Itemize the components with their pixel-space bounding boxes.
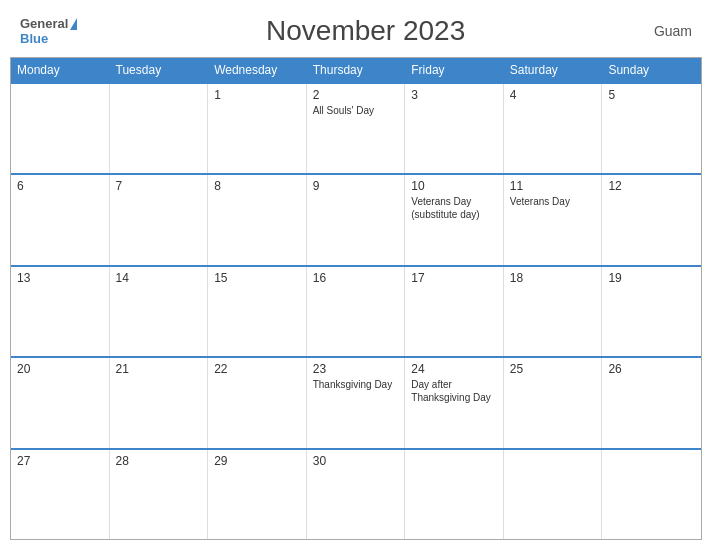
calendar-header: General Blue November 2023 Guam (10, 10, 702, 57)
day-cell: 19 (602, 267, 701, 356)
day-cell: 17 (405, 267, 504, 356)
day-cell (602, 450, 701, 539)
header-saturday: Saturday (504, 58, 603, 82)
day-number: 16 (313, 271, 399, 285)
day-cell: 18 (504, 267, 603, 356)
day-number: 12 (608, 179, 695, 193)
day-number: 25 (510, 362, 596, 376)
day-number: 30 (313, 454, 399, 468)
day-cell: 27 (11, 450, 110, 539)
logo-blue-text: Blue (20, 31, 48, 46)
day-number: 27 (17, 454, 103, 468)
event-text: All Souls' Day (313, 105, 374, 116)
week-row: 13 14 15 16 17 18 19 (11, 265, 701, 356)
day-cell: 22 (208, 358, 307, 447)
header-thursday: Thursday (307, 58, 406, 82)
day-cell: 28 (110, 450, 209, 539)
header-monday: Monday (11, 58, 110, 82)
day-number: 28 (116, 454, 202, 468)
week-row: 1 2 All Souls' Day 3 4 5 (11, 82, 701, 173)
day-number: 4 (510, 88, 596, 102)
day-cell: 3 (405, 84, 504, 173)
day-cell: 7 (110, 175, 209, 264)
day-cell: 12 (602, 175, 701, 264)
logo-triangle-icon (70, 18, 77, 30)
event-text: Day after Thanksgiving Day (411, 379, 490, 403)
day-cell: 30 (307, 450, 406, 539)
day-number: 26 (608, 362, 695, 376)
day-number: 11 (510, 179, 596, 193)
day-cell: 24 Day after Thanksgiving Day (405, 358, 504, 447)
calendar-container: General Blue November 2023 Guam Monday T… (0, 0, 712, 550)
header-tuesday: Tuesday (110, 58, 209, 82)
week-row: 6 7 8 9 10 Veterans Day (substitute day)… (11, 173, 701, 264)
day-cell: 2 All Souls' Day (307, 84, 406, 173)
day-number: 24 (411, 362, 497, 376)
logo: General Blue (20, 16, 77, 46)
region-label: Guam (654, 23, 692, 39)
day-number: 15 (214, 271, 300, 285)
week-row: 27 28 29 30 (11, 448, 701, 539)
week-row: 20 21 22 23 Thanksgiving Day 24 Day afte… (11, 356, 701, 447)
day-number: 14 (116, 271, 202, 285)
day-headers: Monday Tuesday Wednesday Thursday Friday… (11, 58, 701, 82)
day-cell: 8 (208, 175, 307, 264)
day-number: 6 (17, 179, 103, 193)
logo-general-text: General (20, 16, 68, 31)
weeks-container: 1 2 All Souls' Day 3 4 5 6 (11, 82, 701, 539)
header-friday: Friday (405, 58, 504, 82)
day-cell: 13 (11, 267, 110, 356)
day-cell: 15 (208, 267, 307, 356)
day-number: 5 (608, 88, 695, 102)
day-cell: 1 (208, 84, 307, 173)
day-number: 10 (411, 179, 497, 193)
day-cell: 21 (110, 358, 209, 447)
day-cell: 6 (11, 175, 110, 264)
day-number: 2 (313, 88, 399, 102)
event-text: Veterans Day (substitute day) (411, 196, 479, 220)
day-cell: 11 Veterans Day (504, 175, 603, 264)
day-number: 19 (608, 271, 695, 285)
day-cell (110, 84, 209, 173)
header-wednesday: Wednesday (208, 58, 307, 82)
day-cell: 23 Thanksgiving Day (307, 358, 406, 447)
day-number: 21 (116, 362, 202, 376)
day-number: 22 (214, 362, 300, 376)
day-cell (405, 450, 504, 539)
day-number: 13 (17, 271, 103, 285)
day-number: 7 (116, 179, 202, 193)
calendar-grid: Monday Tuesday Wednesday Thursday Friday… (10, 57, 702, 540)
day-number: 1 (214, 88, 300, 102)
header-sunday: Sunday (602, 58, 701, 82)
day-cell: 10 Veterans Day (substitute day) (405, 175, 504, 264)
day-cell: 29 (208, 450, 307, 539)
day-number: 20 (17, 362, 103, 376)
day-cell: 20 (11, 358, 110, 447)
day-cell (11, 84, 110, 173)
event-text: Thanksgiving Day (313, 379, 392, 390)
day-cell (504, 450, 603, 539)
day-cell: 26 (602, 358, 701, 447)
day-cell: 4 (504, 84, 603, 173)
day-number: 17 (411, 271, 497, 285)
day-number: 29 (214, 454, 300, 468)
day-number: 18 (510, 271, 596, 285)
day-cell: 25 (504, 358, 603, 447)
day-number: 23 (313, 362, 399, 376)
day-number: 9 (313, 179, 399, 193)
day-cell: 5 (602, 84, 701, 173)
event-text: Veterans Day (510, 196, 570, 207)
day-cell: 16 (307, 267, 406, 356)
day-number: 8 (214, 179, 300, 193)
day-cell: 14 (110, 267, 209, 356)
day-number: 3 (411, 88, 497, 102)
day-cell: 9 (307, 175, 406, 264)
calendar-title: November 2023 (266, 15, 465, 47)
